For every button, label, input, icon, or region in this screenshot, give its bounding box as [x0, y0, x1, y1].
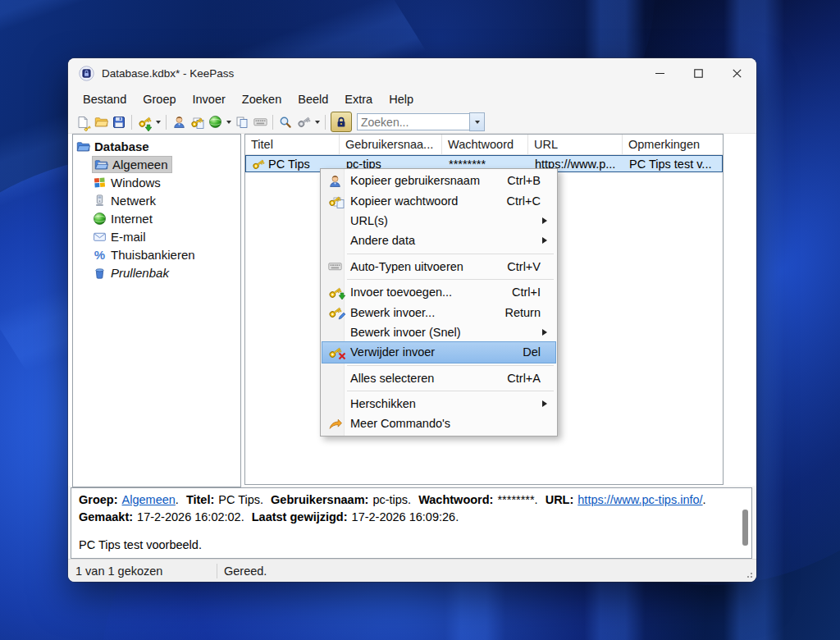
menu-groep[interactable]: Groep	[135, 89, 184, 109]
find-button[interactable]	[276, 113, 294, 131]
key-icon	[190, 116, 203, 129]
perform-autotype-button[interactable]	[251, 113, 269, 131]
sidebar-item-windows[interactable]: Windows	[73, 173, 240, 191]
status-selection-count: 1 van 1 gekozen	[68, 565, 217, 578]
status-bar: 1 van 1 gekozen Gereed.	[68, 559, 756, 582]
context-menu-item-andere-data[interactable]: Andere data	[322, 231, 555, 250]
menu-help[interactable]: Help	[381, 89, 422, 109]
sidebar-item-internet[interactable]: Internet	[73, 209, 240, 227]
open-url-button[interactable]	[206, 113, 224, 131]
url-link[interactable]: https://www.pc-tips.info/	[578, 493, 702, 506]
details-scrollbar[interactable]	[742, 510, 748, 546]
maximize-button[interactable]	[679, 58, 718, 88]
submenu-arrow-icon	[542, 400, 547, 407]
context-menu-item-autotype-uitvoeren[interactable]: Auto-Typen uitvoeren Ctrl+V	[322, 257, 555, 277]
search-dropdown-button[interactable]	[469, 112, 485, 131]
submenu-arrow-icon	[542, 237, 547, 244]
entry-notes: PC Tips test voorbeeld.	[79, 537, 744, 554]
context-menu-item-verwijder-invoer[interactable]: Verwijder invoer Del	[322, 342, 555, 362]
entry-selector-dropdown[interactable]	[313, 113, 322, 131]
resize-grip[interactable]	[745, 570, 753, 578]
context-menu-item-bewerk-invoer[interactable]: Bewerk invoer... Return	[322, 302, 555, 322]
add-entry-button[interactable]	[135, 113, 153, 131]
menu-extra[interactable]: Extra	[336, 89, 381, 109]
details-label: Groep:	[79, 493, 118, 506]
green-arrow-badge-icon	[144, 124, 153, 132]
details-label: URL:	[546, 493, 574, 506]
context-menu-item-herschikken[interactable]: Herschikken	[322, 394, 555, 414]
column-header-opmerkingen[interactable]: Opmerkingen	[623, 135, 721, 154]
submenu-arrow-icon	[542, 217, 547, 224]
open-folder-icon	[94, 115, 108, 129]
context-menu-item-bewerk-invoer-snel[interactable]: Bewerk invoer (Snel)	[322, 322, 555, 342]
column-header-titel[interactable]: Titel	[245, 135, 340, 154]
copy-username-button[interactable]	[170, 113, 188, 131]
gray-keys-icon	[297, 115, 311, 129]
copy-password-button[interactable]	[188, 113, 206, 131]
sidebar-item-netwerk[interactable]: Netwerk	[73, 191, 240, 209]
key-delete-icon	[322, 345, 347, 359]
status-separator	[217, 564, 217, 578]
menu-zoeken[interactable]: Zoeken	[234, 89, 290, 109]
column-header-gebruikersnaam[interactable]: Gebruikersnaa...	[340, 135, 442, 154]
group-link[interactable]: Algemeen	[122, 493, 176, 506]
context-menu-item-meer-commandos[interactable]: Meer Commando's	[322, 414, 555, 433]
key-badge-icon	[84, 125, 91, 132]
menu-beeld[interactable]: Beeld	[290, 89, 336, 109]
menu-bestand[interactable]: Bestand	[75, 89, 135, 109]
sidebar-item-label: Internet	[111, 212, 153, 226]
search-input[interactable]	[357, 113, 469, 130]
menu-separator	[347, 391, 554, 391]
new-database-button[interactable]	[74, 113, 92, 131]
curve-arrow-icon	[322, 417, 347, 431]
network-computer-icon	[93, 194, 107, 208]
menu-invoer[interactable]: Invoer	[185, 89, 234, 109]
duplicate-entry-button[interactable]	[233, 113, 251, 131]
keyboard-icon	[322, 259, 347, 273]
user-icon	[322, 174, 347, 188]
titlebar: Database.kdbx* - KeePass	[68, 58, 756, 88]
column-header-url[interactable]: URL	[528, 135, 623, 154]
minimize-button[interactable]	[641, 58, 679, 88]
sidebar-item-database[interactable]: Database	[73, 137, 240, 155]
add-entry-dropdown[interactable]	[153, 113, 162, 131]
details-line-1: Groep:Algemeen. Titel:PC Tips. Gebruiker…	[79, 491, 744, 509]
submenu-arrow-icon	[542, 329, 547, 336]
context-menu-item-kopieer-gebruikersnaam[interactable]: Kopieer gebruikersnaam Ctrl+B	[322, 171, 555, 190]
lock-workspace-button[interactable]	[331, 112, 352, 132]
context-menu-item-alles-selecteren[interactable]: Alles selecteren Ctrl+A	[322, 368, 555, 388]
context-menu-item-kopieer-wachtwoord[interactable]: Kopieer wachtwoord Ctrl+C	[322, 190, 555, 210]
context-menu-item-invoer-toevoegen[interactable]: Invoer toevoegen... Ctrl+I	[322, 282, 555, 302]
open-url-dropdown[interactable]	[224, 113, 233, 131]
keepass-app-icon	[79, 66, 94, 81]
column-header-wachtwoord[interactable]: Wachtwoord	[442, 135, 528, 154]
copy-icon	[235, 116, 249, 129]
context-menu-item-urls[interactable]: URL(s)	[322, 211, 555, 231]
user-icon	[172, 115, 186, 129]
open-database-button[interactable]	[92, 113, 110, 131]
entry-selector-button[interactable]	[294, 113, 313, 131]
sidebar-item-prullenbak[interactable]: Prullenbak	[73, 263, 240, 281]
sidebar-item-label: E-mail	[111, 230, 146, 244]
window-title: Database.kdbx* - KeePass	[102, 67, 234, 80]
details-label: Wachtwoord:	[418, 493, 493, 506]
lock-icon	[335, 116, 348, 129]
save-button[interactable]	[110, 113, 128, 131]
toolbar-separator	[166, 115, 167, 130]
details-label: Titel:	[186, 493, 214, 506]
keyboard-icon	[253, 115, 267, 129]
sidebar-item-label: Windows	[111, 176, 161, 190]
toolbar-separator	[325, 115, 326, 130]
search-box	[357, 112, 485, 131]
details-label: Laatst gewijzigd:	[252, 510, 348, 523]
group-tree-panel: Database Algemeen Windows Netwerk	[72, 134, 241, 487]
sidebar-item-thuisbankieren[interactable]: % Thuisbankieren	[73, 245, 240, 263]
windows-logo-icon	[93, 176, 107, 190]
magnifier-icon	[279, 116, 292, 129]
sidebar-item-algemeen[interactable]: Algemeen	[73, 155, 240, 173]
menu-separator	[347, 365, 554, 366]
key-edit-icon	[322, 305, 347, 319]
close-button[interactable]	[718, 58, 756, 88]
sidebar-item-email[interactable]: E-mail	[73, 227, 240, 245]
selected-group-highlight: Algemeen	[93, 157, 171, 172]
